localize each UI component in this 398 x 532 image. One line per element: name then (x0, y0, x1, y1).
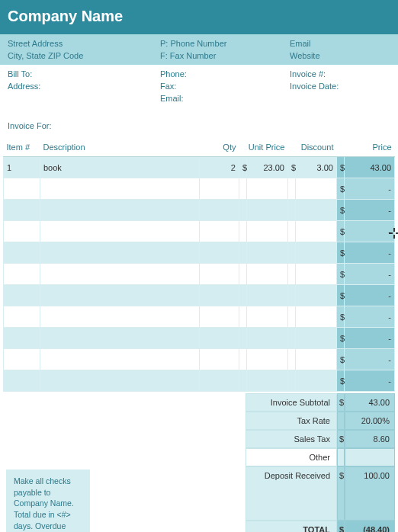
cell-unit-price[interactable] (246, 306, 287, 328)
currency-symbol: $ (337, 370, 345, 392)
cell-description[interactable] (40, 328, 200, 349)
cell-item[interactable] (4, 328, 40, 349)
cell-item[interactable] (4, 178, 40, 200)
cell-item[interactable] (4, 285, 40, 306)
bill-to-label: Bill To: (8, 69, 160, 79)
subtotal-value: 43.00 (345, 393, 395, 412)
col-unit-price: Unit Price (239, 138, 287, 157)
currency-symbol (239, 221, 246, 242)
cell-item[interactable] (4, 264, 40, 285)
cell-qty[interactable] (199, 200, 239, 221)
cell-unit-price[interactable] (246, 221, 287, 242)
tax-rate-value: 20.00% (345, 412, 395, 430)
cell-qty[interactable] (199, 370, 239, 392)
website-label: Website (290, 51, 390, 60)
footer-line-2: Total due in <#> days. Overdue accounts … (14, 509, 82, 532)
cell-description[interactable] (40, 285, 200, 306)
cell-item[interactable]: 1 (4, 157, 40, 178)
cell-unit-price[interactable]: 23.00 (246, 157, 287, 178)
cell-qty[interactable] (199, 306, 239, 328)
cell-discount[interactable] (295, 242, 336, 264)
cell-unit-price[interactable] (246, 328, 287, 349)
cell-qty[interactable] (199, 242, 239, 264)
currency-symbol: $ (337, 328, 345, 349)
currency-symbol (287, 370, 295, 392)
cell-discount[interactable] (295, 285, 336, 306)
deposit-label: Deposit Received (246, 466, 337, 521)
col-price: Price (337, 138, 395, 157)
cell-description[interactable] (40, 200, 200, 221)
cell-price: - (345, 328, 395, 349)
cell-description[interactable] (40, 349, 200, 370)
cell-qty[interactable]: 2 (199, 157, 239, 178)
table-row[interactable]: $- (4, 221, 395, 242)
cell-description[interactable] (40, 264, 200, 285)
cell-description[interactable] (40, 306, 200, 328)
cell-discount[interactable] (295, 306, 336, 328)
cell-item[interactable] (4, 306, 40, 328)
currency-symbol (239, 178, 246, 200)
cell-item[interactable] (4, 370, 40, 392)
cell-item[interactable] (4, 221, 40, 242)
cell-item[interactable] (4, 349, 40, 370)
fax-label: F: Fax Number (160, 51, 290, 60)
cell-qty[interactable] (199, 328, 239, 349)
currency-symbol: $ (239, 157, 246, 178)
table-row[interactable]: $- (4, 349, 395, 370)
cell-qty[interactable] (199, 349, 239, 370)
currency-symbol: $ (337, 285, 345, 306)
cell-description[interactable] (40, 242, 200, 264)
cell-description[interactable] (40, 221, 200, 242)
cell-qty[interactable] (199, 285, 239, 306)
cell-qty[interactable] (199, 221, 239, 242)
deposit-value: 100.00 (345, 466, 395, 521)
cell-qty[interactable] (199, 264, 239, 285)
cell-description[interactable] (40, 370, 200, 392)
footer-line-1: Make all checks payable to Company Name. (14, 476, 82, 509)
currency-symbol: $ (337, 242, 345, 264)
cell-price: - (345, 221, 395, 242)
cell-discount[interactable] (295, 328, 336, 349)
cell-discount[interactable] (295, 264, 336, 285)
table-row[interactable]: $- (4, 264, 395, 285)
table-row[interactable]: 1book2$23.00$3.00$43.00 (4, 157, 395, 178)
col-discount: Discount (287, 138, 336, 157)
invoice-meta-bar: Bill To: Phone: Invoice #: Address: Fax:… (0, 65, 398, 117)
cell-unit-price[interactable] (246, 285, 287, 306)
cell-description[interactable] (40, 178, 200, 200)
table-row[interactable]: $- (4, 178, 395, 200)
phone-field-label: Phone: (160, 69, 290, 79)
cell-description[interactable]: book (40, 157, 200, 178)
cell-discount[interactable] (295, 178, 336, 200)
currency-symbol: $ (337, 264, 345, 285)
cell-qty[interactable] (199, 178, 239, 200)
cell-discount[interactable] (295, 349, 336, 370)
cell-unit-price[interactable] (246, 370, 287, 392)
table-row[interactable]: $- (4, 200, 395, 221)
cell-unit-price[interactable] (246, 242, 287, 264)
cell-item[interactable] (4, 200, 40, 221)
table-row[interactable]: $- (4, 306, 395, 328)
cell-unit-price[interactable] (246, 178, 287, 200)
cell-item[interactable] (4, 242, 40, 264)
cell-price: - (345, 349, 395, 370)
table-row[interactable]: $- (4, 242, 395, 264)
cell-unit-price[interactable] (246, 264, 287, 285)
cell-discount[interactable] (295, 200, 336, 221)
currency-symbol (239, 264, 246, 285)
email-field-label: Email: (160, 94, 290, 103)
currency-symbol (287, 178, 295, 200)
fax-field-label: Fax: (160, 82, 290, 91)
cell-discount[interactable]: 3.00 (295, 157, 336, 178)
cell-discount[interactable] (295, 370, 336, 392)
cell-discount[interactable] (295, 221, 336, 242)
table-row[interactable]: $- (4, 328, 395, 349)
table-row[interactable]: $- (4, 285, 395, 306)
cell-unit-price[interactable] (246, 349, 287, 370)
sales-tax-label: Sales Tax (246, 430, 337, 448)
currency-symbol (239, 328, 246, 349)
cell-unit-price[interactable] (246, 200, 287, 221)
other-label: Other (246, 448, 337, 466)
invoice-for-label: Invoice For: (0, 117, 398, 138)
table-row[interactable]: $- (4, 370, 395, 392)
